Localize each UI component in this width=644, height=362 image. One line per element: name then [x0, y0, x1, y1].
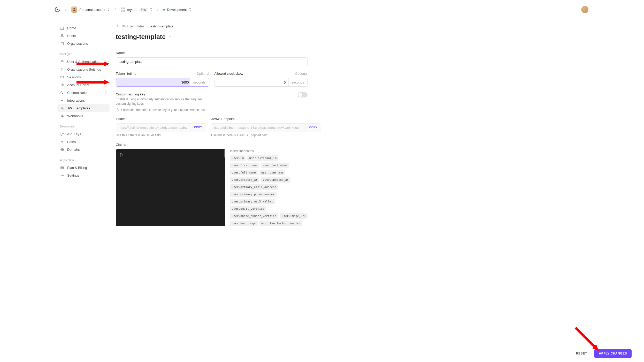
env-label: Development: [167, 8, 187, 12]
svg-rect-4: [123, 7, 125, 9]
link-icon: [60, 140, 64, 144]
sidebar-item-organizations[interactable]: Organizations: [57, 40, 110, 47]
sidebar-label: Home: [67, 26, 76, 30]
svg-point-12: [62, 84, 63, 85]
sidebar-label: Organizations Settings: [67, 67, 101, 71]
shortcode-chip[interactable]: user.created_at: [230, 177, 259, 183]
name-input[interactable]: [116, 58, 307, 66]
shortcode-chip[interactable]: user.two_factor_enabled: [259, 221, 302, 226]
logo: [54, 6, 60, 13]
shortcode-chip[interactable]: user.image_url: [280, 213, 308, 219]
annotation-arrow-icon: [76, 79, 110, 85]
sidebar-label: Plan & Billing: [67, 166, 87, 170]
sidebar-label: Domains: [67, 148, 80, 152]
svg-rect-19: [60, 167, 63, 169]
sidebar-label: Paths: [67, 140, 76, 144]
fingerprint-icon: [60, 59, 64, 64]
sidebar-item-jwt-templates[interactable]: JWT Templates: [57, 104, 110, 112]
shortcode-chip[interactable]: user.first_name: [230, 163, 259, 168]
unit-label: seconds: [288, 78, 307, 86]
sidebar-label: API Keys: [67, 132, 81, 136]
shortcode-chip[interactable]: user.primary_web3_wallet: [230, 199, 275, 204]
svg-point-20: [62, 175, 63, 176]
info-icon: i: [116, 108, 119, 111]
claims-editor[interactable]: {}: [116, 149, 225, 226]
env-selector[interactable]: Development: [163, 7, 191, 12]
shortcode-chip[interactable]: user.primary_email_address: [230, 184, 278, 190]
card-icon: [60, 165, 64, 170]
sidebar-item-home[interactable]: Home: [57, 24, 110, 32]
sidebar-item-domains[interactable]: Domains: [57, 146, 110, 153]
svg-point-24: [170, 38, 171, 39]
crumb-parent[interactable]: JWT Templates: [121, 24, 144, 28]
svg-point-11: [61, 84, 63, 86]
svg-rect-10: [60, 76, 63, 78]
clock-skew-input[interactable]: [214, 78, 288, 86]
sidebar-label: Customization: [67, 91, 88, 95]
svg-rect-3: [121, 7, 122, 9]
sidebar-item-settings[interactable]: Settings: [57, 171, 110, 179]
shortcode-chip[interactable]: user.id: [230, 155, 246, 161]
token-lifetime-input[interactable]: [116, 78, 190, 86]
crumb-current: testing-template: [150, 24, 174, 28]
sidebar-item-plan-billing[interactable]: Plan & Billing: [57, 164, 110, 171]
sidebar-item-api-keys[interactable]: API Keys: [57, 130, 110, 138]
app-selector[interactable]: myapp Free: [120, 7, 152, 12]
sidebar-item-customization[interactable]: Customization: [57, 89, 110, 96]
account-label: Personal account: [79, 8, 105, 12]
sidebar-item-integrations[interactable]: Integrations: [57, 96, 110, 104]
chevron-updown-icon: [189, 7, 191, 12]
chevron-updown-icon: [107, 7, 110, 12]
sidebar: Home Users Organizations Configure User …: [53, 19, 110, 232]
shortcode-list: user.iduser.external_iduser.first_nameus…: [230, 155, 308, 226]
shortcode-chip[interactable]: user.has_image: [230, 221, 258, 226]
account-selector[interactable]: Personal account: [71, 6, 110, 13]
claims-label: Claims: [116, 143, 308, 147]
shortcode-chip[interactable]: user.email_verified: [230, 206, 266, 212]
integrations-icon: [60, 98, 64, 102]
shortcode-chip[interactable]: user.primary_phone_number: [230, 192, 277, 197]
signing-key-title: Custom signing key: [116, 92, 204, 96]
signing-key-hint: i If disabled, the default private key o…: [116, 108, 308, 112]
key-icon: [60, 132, 64, 136]
shortcode-chip[interactable]: user.username: [259, 170, 285, 175]
shortcode-chip[interactable]: user.phone_number_verified: [230, 213, 278, 219]
sidebar-item-users[interactable]: Users: [57, 32, 110, 40]
shortcode-chip[interactable]: user.full_name: [230, 170, 258, 175]
gear-icon: [60, 106, 64, 110]
issuer-hint: Use this if there is an Issuer field: [116, 133, 206, 137]
copy-jwks-button[interactable]: COPY: [305, 124, 321, 132]
shortcode-chip[interactable]: user.external_id: [247, 155, 278, 161]
status-dot-icon: [163, 9, 165, 11]
sidebar-label: Integrations: [67, 99, 85, 102]
jwks-value: https://distinct-mosquito-14.clerk.accou…: [211, 124, 305, 132]
more-menu-icon[interactable]: [170, 34, 171, 39]
svg-point-23: [170, 36, 171, 37]
shortcodes-title: Insert shortcodes: [230, 149, 308, 153]
sessions-icon: [60, 75, 64, 79]
user-avatar[interactable]: [581, 6, 588, 13]
svg-point-1: [57, 9, 58, 10]
globe-icon: [60, 147, 64, 152]
shortcode-chip[interactable]: user.updated_at: [261, 177, 290, 183]
breadcrumb-separator: /: [114, 7, 116, 12]
section-configure: Configure: [57, 47, 110, 58]
copy-issuer-button[interactable]: COPY: [190, 124, 206, 132]
sidebar-item-paths[interactable]: Paths: [57, 138, 110, 146]
issuer-label: Issuer: [116, 117, 206, 121]
shortcode-chip[interactable]: user.last_name: [261, 163, 289, 168]
signing-key-toggle[interactable]: [298, 92, 308, 97]
jwks-hint: Use this if there is a JWKS Endpoint fie…: [211, 133, 321, 137]
chevron-updown-icon: [150, 7, 152, 12]
annotation-arrow-icon: [76, 61, 110, 67]
section-application: Application: [57, 153, 110, 164]
page-title: testing-template: [116, 33, 166, 41]
portal-icon: [60, 83, 64, 87]
svg-rect-5: [121, 10, 122, 12]
sidebar-label: Webhooks: [67, 114, 83, 118]
app-icon: [120, 7, 125, 12]
sidebar-item-webhooks[interactable]: Webhooks: [57, 112, 110, 120]
app-name: myapp: [127, 8, 137, 12]
account-avatar-icon: [71, 6, 77, 13]
svg-rect-6: [123, 10, 125, 12]
